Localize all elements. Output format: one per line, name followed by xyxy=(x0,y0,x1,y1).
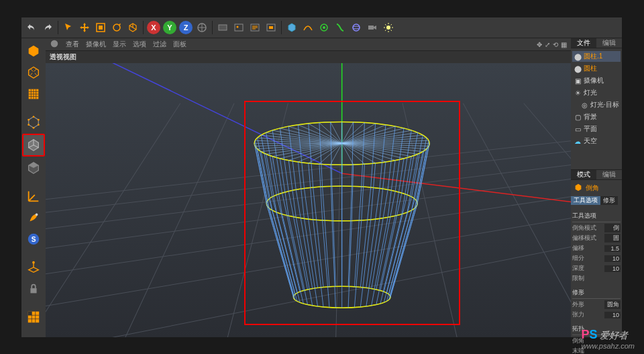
tab-edit2[interactable]: 编辑 xyxy=(596,170,622,179)
point-mode[interactable] xyxy=(23,112,44,132)
viewport-solo[interactable] xyxy=(23,307,44,327)
right-panel: 文件 编辑 ⬤圆柱.1 ⬤圆柱 ▣摄像机 ☀灯光 ◎灯光·目标 ▢背景 ▭平面 … xyxy=(571,38,622,337)
svg-line-45 xyxy=(524,103,571,337)
svg-line-117 xyxy=(388,161,395,218)
offset-value[interactable]: 1.5 xyxy=(604,245,621,252)
ptab-shaping[interactable]: 修形 xyxy=(600,196,618,205)
svg-rect-5 xyxy=(235,24,243,31)
svg-point-31 xyxy=(51,40,58,48)
locked-workplane[interactable] xyxy=(23,279,44,299)
move-tool[interactable] xyxy=(77,20,92,35)
svg-point-6 xyxy=(237,26,239,28)
viewport[interactable]: (function(){ var svg=document.querySelec… xyxy=(46,63,571,337)
svg-line-39 xyxy=(46,103,180,337)
x-axis-toggle[interactable]: X xyxy=(147,21,160,34)
nav-rotate-icon[interactable]: ⟲ xyxy=(553,41,558,48)
cylinder-icon: ⬤ xyxy=(574,52,582,60)
tweak-mode[interactable] xyxy=(23,208,44,228)
render-picture[interactable] xyxy=(231,20,246,35)
snap-toggle[interactable]: S xyxy=(23,229,44,249)
object-title: 倒角 xyxy=(571,180,622,196)
scale-tool[interactable] xyxy=(93,20,108,35)
texture-mode[interactable] xyxy=(23,84,44,104)
svg-point-18 xyxy=(33,116,35,118)
view-menu-panel[interactable]: 面板 xyxy=(173,40,186,49)
z-axis-toggle[interactable]: Z xyxy=(179,21,193,34)
view-menu-camera[interactable]: 摄像机 xyxy=(86,40,106,49)
depth-value[interactable]: 10 xyxy=(604,265,621,272)
svg-line-34 xyxy=(46,187,571,283)
primitive-cube[interactable] xyxy=(284,20,299,35)
view-menu-display[interactable]: 显示 xyxy=(113,40,126,49)
svg-line-169 xyxy=(309,124,313,187)
render-view[interactable] xyxy=(215,20,230,35)
light-tool[interactable] xyxy=(381,20,396,35)
light-icon: ☀ xyxy=(574,89,582,97)
svg-line-144 xyxy=(276,212,300,302)
spline-tool[interactable] xyxy=(301,20,315,35)
ptab-tooloptions[interactable]: 工具选项 xyxy=(571,196,600,205)
tab-edit[interactable]: 编辑 xyxy=(596,38,622,48)
recent-tool[interactable] xyxy=(125,20,140,35)
model-mode[interactable] xyxy=(23,62,44,83)
polygon-mode[interactable] xyxy=(23,158,44,178)
make-editable[interactable] xyxy=(23,41,44,61)
nav-zoom-icon[interactable]: ⤢ xyxy=(545,41,550,48)
top-toolbar: X Y Z xyxy=(21,17,622,38)
tree-cylinder[interactable]: ⬤圆柱 xyxy=(572,63,621,74)
generator-tool[interactable] xyxy=(317,20,331,35)
group-shaping: 修形 xyxy=(572,287,621,299)
nav-move-icon[interactable]: ✥ xyxy=(537,41,542,48)
svg-rect-1 xyxy=(99,26,103,30)
coord-system[interactable] xyxy=(195,20,209,35)
svg-line-37 xyxy=(46,143,571,220)
tree-cylinder1[interactable]: ⬤圆柱.1 xyxy=(572,51,621,62)
edge-mode[interactable] xyxy=(22,134,45,157)
svg-point-15 xyxy=(386,26,390,30)
svg-line-40 xyxy=(113,103,234,337)
tab-mode[interactable]: 模式 xyxy=(571,170,596,179)
svg-rect-9 xyxy=(269,26,273,29)
tree-plane[interactable]: ▭平面 xyxy=(572,124,621,134)
workplane[interactable] xyxy=(23,257,44,277)
svg-line-106 xyxy=(390,206,417,298)
deformer-tool[interactable] xyxy=(333,20,347,35)
svg-line-170 xyxy=(313,187,323,287)
render-region[interactable] xyxy=(264,20,278,35)
tree-light[interactable]: ☀灯光 xyxy=(572,87,621,98)
target-icon: ◎ xyxy=(580,101,588,109)
svg-line-65 xyxy=(342,143,365,164)
svg-line-165 xyxy=(288,126,296,189)
tree-lighttarget[interactable]: ◎灯光·目标 xyxy=(572,99,621,110)
svg-line-160 xyxy=(276,195,300,292)
svg-point-2 xyxy=(113,24,120,31)
limit-label: 限制 xyxy=(572,274,584,283)
offsetmode-value[interactable]: 固 xyxy=(604,234,621,242)
environment-tool[interactable] xyxy=(349,20,364,35)
svg-line-182 xyxy=(360,187,370,287)
svg-point-23 xyxy=(33,127,35,129)
tree-sky[interactable]: ☁天空 xyxy=(572,136,621,146)
y-axis-toggle[interactable]: Y xyxy=(163,21,176,34)
select-tool[interactable] xyxy=(61,20,76,35)
subdiv-value[interactable]: 10 xyxy=(604,255,621,262)
redo-button[interactable] xyxy=(40,20,55,35)
bevelmode-label: 倒角模式 xyxy=(572,224,596,232)
render-settings[interactable] xyxy=(248,20,262,35)
view-menu-filter[interactable]: 过滤 xyxy=(153,40,166,49)
shape-value[interactable]: 圆角 xyxy=(604,300,621,309)
bevelmode-value[interactable]: 倒 xyxy=(604,224,621,232)
view-menu-view[interactable]: 查看 xyxy=(66,40,79,49)
svg-line-48 xyxy=(99,63,341,173)
tree-background[interactable]: ▢背景 xyxy=(572,112,621,122)
viewport-icon xyxy=(50,39,59,50)
tree-camera[interactable]: ▣摄像机 xyxy=(572,75,621,86)
view-menu-options[interactable]: 选项 xyxy=(133,40,146,49)
camera-tool[interactable] xyxy=(365,20,380,35)
tension-value[interactable]: 10 xyxy=(604,312,621,318)
nav-layout-icon[interactable]: ▦ xyxy=(561,41,567,48)
rotate-tool[interactable] xyxy=(109,20,124,35)
undo-button[interactable] xyxy=(24,20,39,35)
axis-mode[interactable] xyxy=(23,186,44,206)
tab-files[interactable]: 文件 xyxy=(571,38,596,48)
